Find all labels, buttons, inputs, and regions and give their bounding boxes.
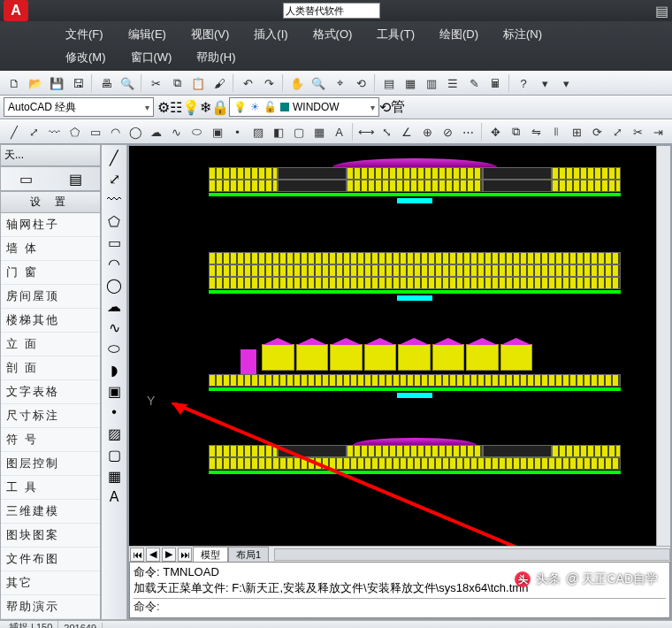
redo-icon[interactable]: ↷ [259,73,279,93]
tab-last-icon[interactable]: ⏭ [178,548,192,562]
polygon-icon[interactable]: ⬠ [65,122,84,142]
layer-combo[interactable]: 💡 ☀ 🔓 WINDOW [229,97,379,117]
palette-item-0[interactable]: 轴网柱子 [1,213,100,237]
undo-icon[interactable]: ↶ [238,73,257,93]
markup-icon[interactable]: ✎ [464,73,484,93]
scale-icon[interactable]: ⤢ [608,122,627,142]
drawing-canvas[interactable]: Y [129,146,656,546]
line-icon[interactable]: ╱ [4,122,23,142]
command-input[interactable] [160,599,666,615]
move-icon[interactable]: ✥ [486,122,505,142]
help-icon[interactable]: ? [514,73,533,93]
calc-icon[interactable]: 🖩 [485,73,505,93]
palette-item-2[interactable]: 门 窗 [1,261,100,285]
v-block-icon[interactable]: ▣ [103,381,125,401]
palette-item-1[interactable]: 墙 体 [1,237,100,261]
block-icon[interactable]: ▣ [208,122,226,142]
palette-item-6[interactable]: 剖 面 [1,356,100,380]
zoom-window-icon[interactable]: ⌖ [330,73,349,93]
menu-format[interactable]: 格式(O) [301,23,365,46]
tab-prev-icon[interactable]: ◀ [146,548,160,562]
dim-aligned-icon[interactable]: ⤡ [378,122,396,142]
spline-icon[interactable]: ∿ [167,122,186,142]
v-line-icon[interactable]: ╱ [103,148,125,167]
tangent-palette-title[interactable]: 天... [0,144,101,166]
menu-help[interactable]: 帮助(H) [184,46,248,69]
menu-file[interactable]: 文件(F) [53,23,116,46]
match-icon[interactable]: 🖌 [210,73,229,93]
cut-icon[interactable]: ✂ [146,73,165,93]
point-icon[interactable]: • [228,122,247,142]
palette-item-13[interactable]: 图块图案 [1,524,100,548]
v-text-icon[interactable]: A [103,487,125,507]
v-arc-icon[interactable]: ◠ [103,254,125,273]
palette-item-10[interactable]: 图层控制 [1,452,100,476]
v-cloud-icon[interactable]: ☁ [103,296,125,316]
designcenter-icon[interactable]: ▦ [401,73,420,93]
v-ellipse-icon[interactable]: ⬭ [103,339,125,358]
dim-continue-icon[interactable]: ⋯ [459,122,477,142]
v-polygon-icon[interactable]: ⬠ [103,211,125,231]
horizontal-scrollbar[interactable] [274,548,670,561]
dim-radius-icon[interactable]: ⊕ [418,122,437,142]
save-icon[interactable]: 💾 [47,73,66,93]
copy2-icon[interactable]: ⧉ [507,122,525,142]
layer-extra-icon[interactable]: 管 [391,98,405,117]
gradient-icon[interactable]: ◧ [269,122,287,142]
paste-icon[interactable]: 📋 [188,73,208,93]
tab-layout1[interactable]: 布局1 [228,547,269,563]
pan-icon[interactable]: ✋ [287,73,307,93]
workspace-combo[interactable]: AutoCAD 经典 [4,97,154,117]
palette-item-5[interactable]: 立 面 [1,333,100,356]
layer-prev-icon[interactable]: ⟲ [379,99,391,116]
layer-manager-icon[interactable]: ☷ [170,99,182,116]
palette-item-3[interactable]: 房间屋顶 [1,285,100,309]
rectangle-icon[interactable]: ▭ [86,122,104,142]
table-icon[interactable]: ▦ [309,122,328,142]
menu-edit[interactable]: 编辑(E) [116,23,179,46]
palette-item-15[interactable]: 其它 [1,571,100,595]
palette-item-12[interactable]: 三维建模 [1,500,100,524]
menu-modify[interactable]: 修改(M) [53,46,118,69]
rotate-icon[interactable]: ⟳ [588,122,607,142]
vertical-scrollbar[interactable] [656,146,670,546]
title-search-input[interactable] [283,3,380,19]
sheet-icon[interactable]: ☰ [443,73,462,93]
menu-draw[interactable]: 绘图(D) [427,23,491,46]
copy-icon[interactable]: ⧉ [167,73,187,93]
extend-icon[interactable]: ⇥ [649,122,668,142]
layer-freeze-icon[interactable]: ❄ [200,99,211,116]
v-table-icon[interactable]: ▦ [103,466,125,486]
tab-first-icon[interactable]: ⏮ [130,548,144,562]
v-region-icon[interactable]: ▢ [103,445,125,464]
palette-item-14[interactable]: 文件布图 [1,548,100,571]
dim-linear-icon[interactable]: ⟷ [357,122,376,142]
palette-item-16[interactable]: 帮助演示 [1,595,100,619]
revcloud-icon[interactable]: ☁ [147,122,165,142]
tab-model[interactable]: 模型 [193,547,228,563]
title-tool-icon[interactable]: ▤ [655,3,668,19]
dim-angular-icon[interactable]: ∠ [398,122,416,142]
print-icon[interactable]: 🖶 [96,73,116,93]
v-point-icon[interactable]: • [103,402,125,422]
pline-icon[interactable]: 〰 [45,122,64,142]
menu-tools[interactable]: 工具(T) [364,23,427,46]
v-circle-icon[interactable]: ◯ [103,275,125,295]
region-icon[interactable]: ▢ [289,122,308,142]
arc-icon[interactable]: ◠ [106,122,125,142]
circle-icon[interactable]: ◯ [126,122,145,142]
trim-icon[interactable]: ✂ [629,122,647,142]
menu-insert[interactable]: 插入(I) [241,23,300,46]
properties-icon[interactable]: ▤ [379,73,399,93]
menu-view[interactable]: 视图(V) [179,23,241,46]
open-icon[interactable]: 📂 [26,73,45,93]
palette-item-9[interactable]: 符 号 [1,428,100,452]
menu-window[interactable]: 窗口(W) [118,46,185,69]
mirror-icon[interactable]: ⇋ [527,122,546,142]
layer-lock-icon[interactable]: 🔒 [211,99,229,116]
layer-off-icon[interactable]: 💡 [182,99,200,116]
mtext-icon[interactable]: A [330,122,348,142]
toolpalettes-icon[interactable]: ▥ [422,73,441,93]
xline-icon[interactable]: ⤢ [25,122,43,142]
v-spline-icon[interactable]: ∿ [103,318,125,337]
